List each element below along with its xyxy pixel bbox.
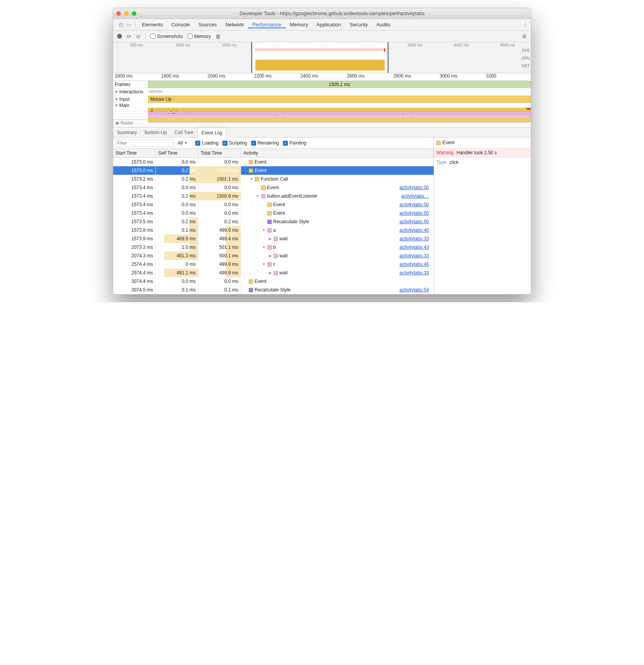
table-row[interactable]: 3074.5 ms0.1 ms0.1 msRecalculate Styleac… (113, 286, 434, 294)
btab-event-log[interactable]: Event Log (197, 127, 227, 138)
input-bar[interactable]: Mouse Up (148, 96, 531, 103)
activity-swatch (261, 186, 265, 190)
source-link[interactable]: activitytabs:50 (399, 217, 431, 226)
table-row[interactable]: 1573.4 ms0.0 ms0.0 msEventactivitytabs:5… (113, 209, 434, 217)
tab-audits[interactable]: Audits (372, 22, 394, 28)
activity-name: a (273, 226, 276, 234)
tab-performance[interactable]: Performance (248, 22, 285, 28)
btab-summary[interactable]: Summary (113, 127, 141, 138)
scrollbar[interactable] (531, 81, 531, 104)
gear-icon[interactable]: ⚙ (522, 33, 527, 40)
tab-memory[interactable]: Memory (286, 22, 312, 28)
source-link[interactable]: activitytabs:33 (399, 269, 431, 277)
clear-icon[interactable]: ⊘ (136, 33, 141, 40)
activity-name: Recalculate Style (273, 217, 309, 226)
table-row[interactable]: 1573.8 ms0.1 ms499.5 ms▼aactivitytabs:40 (113, 226, 434, 234)
activity-name: Event (273, 200, 285, 209)
source-link[interactable]: activitytabs:46 (399, 260, 431, 269)
overview-pane[interactable]: 500 ms1000 ms1500 ms2000 ms2500 ms3000 m… (113, 42, 531, 73)
table-header: Start Time Self Time Total Time Activity (113, 149, 434, 158)
tab-sources[interactable]: Sources (194, 22, 221, 28)
filter-check-loading[interactable]: ✓Loading (195, 140, 219, 146)
overview-labels: FPSCPUNET (522, 47, 530, 70)
input-label[interactable]: ▼Input (113, 96, 148, 103)
table-row[interactable]: 2574.4 ms0 ms499.9 ms▼cactivitytabs:46 (113, 260, 434, 269)
close-icon[interactable] (116, 11, 121, 16)
source-link[interactable]: activitytabs:33 (399, 234, 431, 243)
zoom-icon[interactable] (132, 11, 136, 16)
btab-call-tree[interactable]: Call Tree (171, 127, 197, 138)
devtools-window: Developer Tools - https://googlechrome.g… (113, 8, 531, 295)
main-label[interactable]: ▼Main (113, 103, 148, 107)
warning-row: WarningHandler took 1.50 s (434, 148, 531, 158)
table-row[interactable]: 1573.4 ms0.2 ms1500.9 ms▼button.addEvent… (113, 192, 434, 200)
activity-name: Recalculate Style (255, 286, 291, 294)
activity-name: Function Call (261, 175, 288, 183)
screenshots-checkbox[interactable]: Screenshots (150, 34, 183, 39)
tab-network[interactable]: Network (221, 22, 248, 28)
table-row[interactable]: 1573.0 ms0.0 ms0.0 msEvent (113, 158, 434, 166)
tab-application[interactable]: Application (312, 22, 346, 28)
frame-bar[interactable]: 1505.1 ms (148, 81, 531, 88)
detail-pane: Event WarningHandler took 1.50 s Typecli… (434, 138, 531, 294)
activity-swatch (274, 254, 278, 258)
activity-swatch (249, 169, 253, 173)
activity-name: Event (255, 158, 267, 166)
activity-swatch (249, 288, 253, 292)
source-link[interactable]: activitytabs:50 (399, 183, 431, 192)
flame-chart[interactable]: Frames 1505.1 ms ▼Interactions sponse ▼I… (113, 81, 531, 127)
inspect-icon[interactable]: ◰ (117, 22, 125, 28)
activity-name: wait (279, 269, 288, 277)
trash-icon[interactable]: 🗑 (215, 33, 221, 40)
table-row[interactable]: 1573.2 ms0.2 ms1501.1 ms▼Function Call (113, 175, 434, 183)
reload-icon[interactable]: ⟳ (127, 33, 131, 40)
filter-check-rendering[interactable]: ✓Rendering (251, 140, 279, 146)
activity-name: Event (255, 277, 267, 286)
record-button[interactable] (117, 34, 122, 39)
activity-name: Event (255, 166, 267, 175)
source-link[interactable]: activitytabs:40 (399, 226, 431, 234)
source-link[interactable]: activitytabs:50 (399, 209, 431, 217)
activity-swatch (249, 160, 253, 164)
table-row[interactable]: 1573.5 ms0.2 ms0.2 msRecalculate Styleac… (113, 217, 434, 226)
device-icon[interactable]: ▭ (125, 22, 133, 28)
source-link[interactable]: activitytabs:33 (399, 252, 431, 260)
activity-swatch (267, 262, 272, 267)
frames-label[interactable]: Frames (113, 81, 148, 88)
btab-bottom-up[interactable]: Bottom-Up (141, 127, 170, 138)
timeline-ruler: 1600 ms1800 ms2000 ms2200 ms2400 ms2600 … (113, 73, 531, 81)
detail-heading: Event (443, 140, 455, 145)
filter-check-painting[interactable]: ✓Painting (283, 140, 306, 146)
table-row[interactable]: 1573.4 ms0.0 ms0.0 msEventactivitytabs:5… (113, 183, 434, 192)
titlebar: Developer Tools - https://googlechrome.g… (113, 8, 531, 19)
table-row[interactable]: 1573.4 ms0.0 ms0.0 msEventactivitytabs:5… (113, 200, 434, 209)
activity-name: b (273, 243, 276, 252)
separator (135, 21, 135, 28)
table-row[interactable]: 1573.0 ms0.2 ms1501.4 ms▼Event (113, 166, 434, 175)
source-link[interactable]: activitytabs:43 (399, 243, 431, 252)
kebab-icon[interactable]: ⋮ (523, 22, 531, 28)
source-link[interactable]: activitytabs:50 (399, 200, 431, 209)
minimize-icon[interactable] (124, 11, 129, 16)
table-row[interactable]: 1573.9 ms489.5 ms499.4 ms▶waitactivityta… (113, 234, 434, 243)
tab-elements[interactable]: Elements (138, 22, 167, 28)
interactions-label[interactable]: ▼Interactions (113, 88, 148, 95)
filter-input[interactable] (115, 139, 174, 147)
filter-dropdown[interactable]: All ▼ (177, 140, 188, 146)
activity-swatch (274, 271, 278, 275)
activity-swatch (255, 177, 259, 181)
table-row[interactable]: 2574.4 ms491.1 ms499.9 ms▶waitactivityta… (113, 269, 434, 277)
activity-name: Event (273, 209, 285, 217)
source-link[interactable]: activitytabs:54 (399, 286, 431, 294)
filter-check-scripting[interactable]: ✓Scripting (222, 140, 247, 146)
source-link[interactable]: activitytabs… (401, 192, 431, 200)
tab-security[interactable]: Security (345, 22, 372, 28)
activity-name: button.addEventListener (267, 192, 317, 200)
activity-name: wait (279, 234, 288, 243)
activity-name: Event (267, 183, 279, 192)
table-row[interactable]: 2074.3 ms491.3 ms500.1 ms▶waitactivityta… (113, 252, 434, 260)
table-row[interactable]: 3074.4 ms0.0 ms0.0 msEvent (113, 277, 434, 286)
table-row[interactable]: 2073.3 ms1.0 ms501.1 ms▼bactivitytabs:43 (113, 243, 434, 252)
tab-console[interactable]: Console (167, 22, 194, 28)
memory-checkbox[interactable]: Memory (188, 34, 211, 39)
